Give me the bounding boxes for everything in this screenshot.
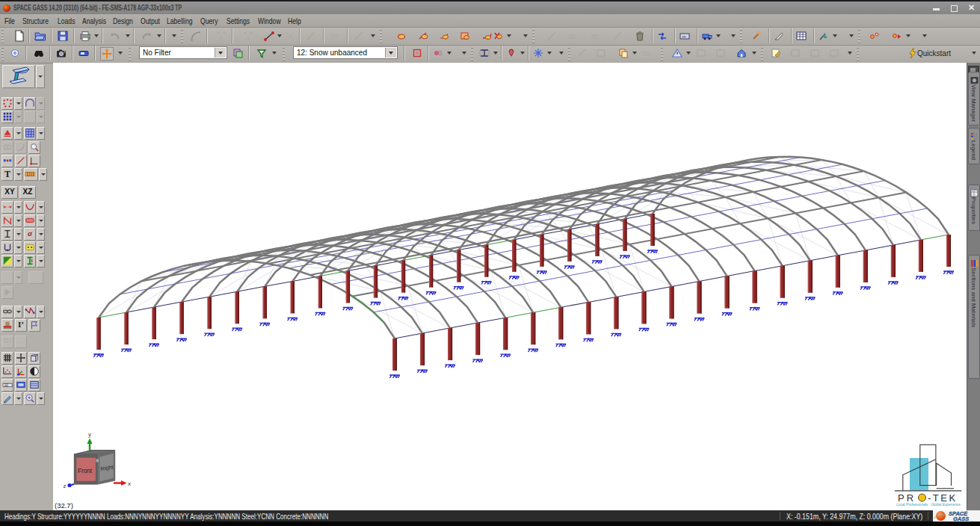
- svg-text:GASS: GASS: [953, 516, 969, 522]
- svg-text:10: 10: [4, 383, 9, 387]
- svg-text:m: m: [682, 34, 686, 39]
